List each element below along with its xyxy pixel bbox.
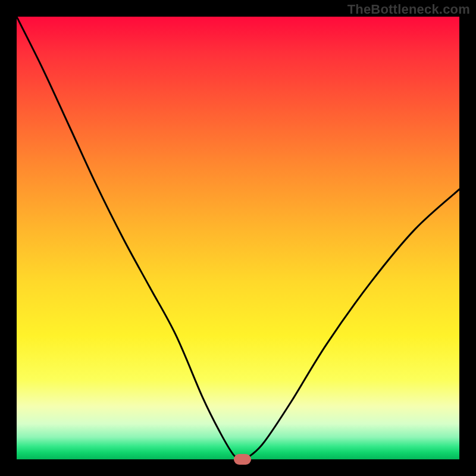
bottleneck-curve (17, 17, 459, 459)
curve-path (17, 17, 459, 459)
plot-area (17, 17, 459, 459)
watermark-text: TheBottleneck.com (347, 2, 470, 17)
chart-frame: TheBottleneck.com (0, 0, 476, 476)
ideal-range-marker (234, 454, 252, 465)
